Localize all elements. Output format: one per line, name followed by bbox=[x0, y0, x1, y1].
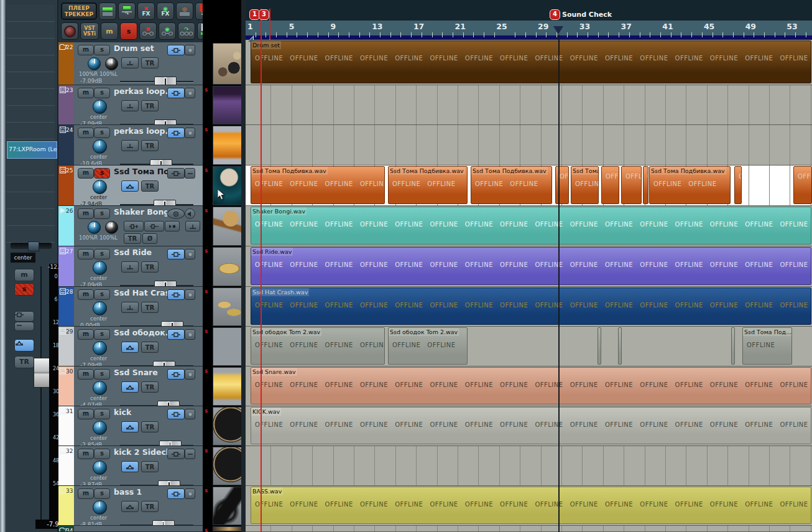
track-header-33[interactable]: 33msbass 1centerTR-8.81dB bbox=[58, 486, 203, 526]
rec-round-button[interactable] bbox=[167, 208, 185, 219]
track-solo-button[interactable]: s bbox=[94, 409, 110, 419]
monitor-on-button[interactable] bbox=[121, 180, 139, 192]
bottom-button[interactable] bbox=[121, 140, 139, 151]
lane-track-33[interactable]: BASS.wavOFFLINEOFFLINEOFFLINEOFFLINEOFFL… bbox=[246, 486, 812, 526]
insert-slot[interactable] bbox=[7, 22, 55, 39]
track-header-22[interactable]: 22msDrum set100%R 100%LTR-7.09dB bbox=[58, 42, 203, 85]
audio-clip[interactable]: Ssd Ride.wavOFFLINEOFFLINEOFFLINEOFFLINE… bbox=[251, 247, 811, 285]
conn-on-button[interactable] bbox=[167, 289, 185, 300]
conn-on-button[interactable] bbox=[167, 128, 185, 138]
track-solo-button[interactable]: s bbox=[94, 369, 110, 380]
track-mute-button[interactable]: m bbox=[78, 369, 94, 380]
pan-knob[interactable] bbox=[93, 381, 107, 395]
pan-knob[interactable] bbox=[93, 180, 107, 194]
bottom-button[interactable] bbox=[185, 221, 200, 231]
lane-track-30[interactable]: Ssd Snare.wavOFFLINEOFFLINEOFFLINEOFFLIN… bbox=[246, 366, 812, 406]
monitor-on-button[interactable] bbox=[121, 342, 139, 353]
lane-track-24[interactable] bbox=[246, 125, 812, 166]
conn-on-button[interactable] bbox=[167, 45, 185, 55]
lane-track-31[interactable]: KICK.wavOFFLINEOFFLINEOFFLINEOFFLINEOFFL… bbox=[246, 406, 812, 446]
left-scrollbar[interactable] bbox=[0, 0, 6, 532]
track-tr-button[interactable]: TR bbox=[141, 57, 159, 68]
track-solo-button[interactable]: s bbox=[94, 249, 110, 259]
track-tr-button[interactable]: TR bbox=[141, 501, 159, 512]
conn-button[interactable] bbox=[167, 168, 185, 179]
lane-track-34[interactable] bbox=[246, 526, 812, 532]
minus-button[interactable] bbox=[185, 168, 195, 179]
channel-output-button[interactable] bbox=[14, 311, 34, 322]
channel-mute-button[interactable]: m bbox=[14, 269, 34, 281]
audio-clip[interactable]: OFFLINE bbox=[793, 166, 812, 204]
track-tr-button[interactable]: TR bbox=[141, 421, 159, 432]
track-fader-handle[interactable] bbox=[150, 159, 172, 166]
track-mute-button[interactable]: m bbox=[78, 249, 94, 259]
track-header-26[interactable]: 26msShaker Bongi100%R 100%LTRØ bbox=[58, 206, 203, 246]
audio-clip[interactable]: OFFLINE bbox=[555, 166, 569, 204]
track-tr-button[interactable]: TR bbox=[141, 461, 159, 472]
conn-on-button[interactable] bbox=[167, 329, 185, 340]
audio-clip[interactable]: Drum setOFFLINEOFFLINEOFFLINEOFFLINEOFFL… bbox=[251, 40, 811, 83]
track-tr-button[interactable]: TR bbox=[124, 233, 141, 244]
lane-track-25[interactable]: Ssd Тома Подбивка.wavOFFLINEOFFLINEOFFLI… bbox=[246, 166, 812, 206]
audio-clip[interactable]: Ssd Тома Подбивка.wavOFFLINE bbox=[571, 166, 599, 204]
track-fader-handle[interactable] bbox=[152, 520, 175, 526]
audio-clip[interactable]: Ssd Тома Подбивка.wavOFFLINEOFFLINE bbox=[388, 166, 468, 204]
pan-knob[interactable] bbox=[93, 500, 107, 515]
track-mute-button[interactable]: m bbox=[78, 45, 94, 55]
insert-slot[interactable] bbox=[7, 39, 55, 55]
pan-knob-left[interactable] bbox=[105, 221, 118, 234]
conn-on-button[interactable] bbox=[167, 369, 185, 380]
bottom-button[interactable] bbox=[121, 302, 139, 313]
track-tr-button[interactable]: TR bbox=[141, 140, 159, 151]
channel-tr-button[interactable]: TR bbox=[14, 356, 34, 368]
phase-button[interactable]: Ø bbox=[142, 233, 157, 244]
track-header-30[interactable]: 30msSsd SnarecenterTR-4.07dB bbox=[58, 366, 203, 406]
track-tr-button[interactable]: TR bbox=[141, 302, 159, 313]
play-rec-button[interactable] bbox=[165, 221, 180, 231]
pan-slider-handle[interactable] bbox=[28, 241, 39, 251]
track-solo-button[interactable]: s bbox=[94, 45, 110, 55]
conn-on-button[interactable] bbox=[167, 409, 185, 419]
monitor-button[interactable] bbox=[121, 501, 139, 512]
track-fader-handle[interactable] bbox=[154, 119, 177, 125]
channel-solo-button[interactable]: s bbox=[14, 283, 34, 296]
lane-track-29[interactable]: Ssd ободок Tom 2.wavOFFLINEOFFLINEOFFLIN… bbox=[246, 327, 812, 366]
bottom-button[interactable] bbox=[121, 57, 139, 68]
dot-button[interactable] bbox=[185, 329, 195, 340]
panel-divider[interactable] bbox=[241, 0, 246, 532]
spk-round-button[interactable] bbox=[185, 208, 195, 219]
track-mute-button[interactable]: m bbox=[78, 409, 94, 419]
pan-knob-right[interactable] bbox=[88, 221, 101, 234]
audio-clip[interactable]: OFFLINE bbox=[597, 327, 601, 365]
insert-slot[interactable] bbox=[7, 192, 55, 209]
dot-button[interactable] bbox=[185, 488, 195, 499]
track-solo-button[interactable]: s bbox=[94, 488, 110, 499]
insert-slot[interactable] bbox=[7, 209, 55, 226]
track-header-29[interactable]: 29msSsd ободок..2centerTR-7.09dB bbox=[58, 327, 203, 366]
audio-clip[interactable]: OFFLINE bbox=[643, 166, 648, 204]
track-fader-handle[interactable] bbox=[157, 401, 180, 406]
track-header-31[interactable]: 31mskickcenterTR-2.85dB bbox=[58, 406, 203, 446]
dot-button[interactable] bbox=[185, 409, 195, 419]
marker-badge-4[interactable]: 4 bbox=[550, 9, 560, 20]
channel-minus-button[interactable] bbox=[14, 322, 34, 331]
track-fader-handle[interactable] bbox=[154, 77, 177, 85]
dot-button[interactable] bbox=[185, 128, 195, 138]
conn-on-button[interactable] bbox=[167, 88, 185, 98]
audio-clip[interactable]: BASS.wavOFFLINEOFFLINEOFFLINEOFFLINEOFFL… bbox=[251, 487, 811, 524]
lane-track-23[interactable] bbox=[246, 85, 812, 125]
dot-button[interactable] bbox=[185, 88, 195, 98]
audio-clip[interactable]: Ssd Snare.wavOFFLINEOFFLINEOFFLINEOFFLIN… bbox=[251, 367, 811, 404]
track-mute-button[interactable]: m bbox=[78, 488, 94, 499]
lane-track-27[interactable]: Ssd Ride.wavOFFLINEOFFLINEOFFLINEOFFLINE… bbox=[246, 246, 812, 287]
track-solo-button[interactable]: s bbox=[94, 329, 110, 340]
track-solo-button[interactable]: s bbox=[94, 88, 110, 98]
conn-button[interactable] bbox=[167, 449, 185, 459]
audio-clip[interactable]: Ssd Тома Подбивка.wavOFFLINEOFFLINEOFFLI… bbox=[251, 166, 385, 204]
pan-knob-right[interactable] bbox=[88, 57, 101, 70]
pan-knob[interactable] bbox=[93, 460, 107, 475]
bottom-button[interactable] bbox=[121, 100, 139, 111]
track-header-32[interactable]: 32mskick 2 SidechaicenterTR-3.87dB bbox=[58, 446, 203, 486]
track-solo-button[interactable]: s bbox=[94, 449, 110, 459]
insert-slot[interactable] bbox=[7, 159, 55, 175]
